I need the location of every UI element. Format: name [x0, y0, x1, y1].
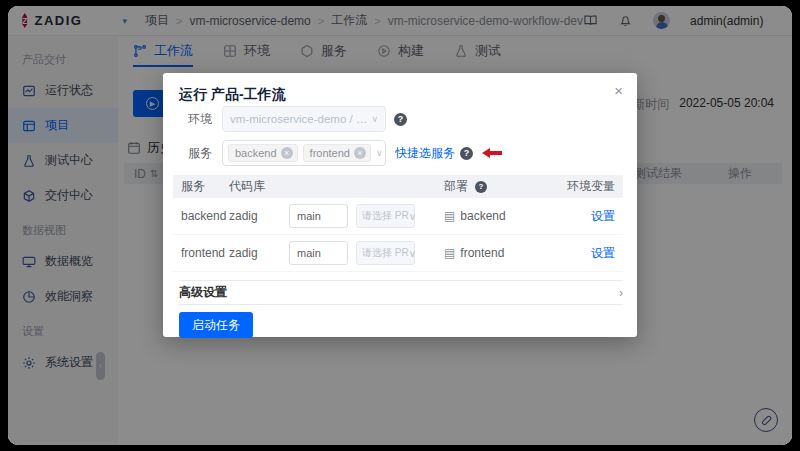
- branch-input[interactable]: [289, 204, 348, 228]
- environment-help-icon[interactable]: ?: [394, 113, 407, 126]
- environment-select-value: vm-microservice-demo / dev: [230, 113, 371, 125]
- pr-select[interactable]: 请选择 PR∨: [356, 204, 415, 228]
- app-window: Z ZADIG ▾ 项目 > vm-microservice-demo > 工作…: [8, 6, 792, 445]
- service-form-row: 服务 backend × frontend × ∨ 快捷选服务 ?: [188, 140, 502, 166]
- services-table: 服务 代码库 部署 ? 环境变量 backend zadig 请选择 PR∨ ▤…: [173, 175, 623, 272]
- deploy-help-icon[interactable]: ?: [475, 181, 487, 193]
- table-row: frontend zadig 请选择 PR∨ ▤ frontend 设置: [173, 235, 623, 272]
- service-tag-backend: backend ×: [228, 144, 298, 162]
- chevron-down-icon: ∨: [371, 114, 378, 124]
- service-multiselect[interactable]: backend × frontend × ∨: [222, 140, 386, 166]
- chevron-right-icon: ›: [619, 286, 623, 300]
- service-name: frontend: [181, 246, 229, 260]
- advanced-settings-toggle[interactable]: 高级设置 ›: [179, 280, 623, 305]
- env-vars-column-header: 环境变量: [553, 178, 615, 195]
- quick-select-services-link[interactable]: 快捷选服务: [395, 145, 455, 162]
- service-column-header: 服务: [181, 178, 229, 195]
- tag-close-icon[interactable]: ×: [281, 147, 293, 159]
- run-workflow-modal: 运行 产品-工作流 × 环境 vm-microservice-demo / de…: [163, 73, 637, 337]
- close-icon[interactable]: ×: [614, 83, 623, 98]
- repo-name: zadig: [229, 209, 289, 223]
- start-task-button[interactable]: 启动任务: [179, 312, 253, 338]
- annotation-arrow-icon: [482, 148, 502, 158]
- chevron-down-icon: ∨: [409, 211, 416, 222]
- chevron-down-icon: ∨: [409, 248, 416, 259]
- host-icon: ▤: [444, 246, 455, 260]
- env-vars-settings-link[interactable]: 设置: [591, 209, 615, 223]
- tag-close-icon[interactable]: ×: [354, 147, 366, 159]
- environment-label: 环境: [188, 111, 214, 128]
- repo-name: zadig: [229, 246, 289, 260]
- env-vars-settings-link[interactable]: 设置: [591, 246, 615, 260]
- service-name: backend: [181, 209, 229, 223]
- deploy-target: backend: [460, 209, 505, 223]
- modal-title: 运行 产品-工作流: [179, 86, 286, 104]
- pr-select[interactable]: 请选择 PR∨: [356, 241, 415, 265]
- environment-form-row: 环境 vm-microservice-demo / dev ∨ ?: [188, 106, 407, 132]
- service-tag-frontend: frontend ×: [303, 144, 371, 162]
- table-row: backend zadig 请选择 PR∨ ▤ backend 设置: [173, 198, 623, 235]
- chevron-down-icon: ∨: [376, 148, 383, 158]
- quick-select-help-icon[interactable]: ?: [460, 147, 473, 160]
- advanced-settings-label: 高级设置: [179, 284, 227, 301]
- services-table-header: 服务 代码库 部署 ? 环境变量: [173, 175, 623, 198]
- deploy-column-header: 部署: [444, 178, 468, 195]
- environment-select[interactable]: vm-microservice-demo / dev ∨: [222, 106, 386, 132]
- repo-column-header: 代码库: [229, 178, 289, 195]
- branch-input[interactable]: [289, 241, 348, 265]
- host-icon: ▤: [444, 209, 455, 223]
- service-label: 服务: [188, 145, 214, 162]
- deploy-target: frontend: [460, 246, 504, 260]
